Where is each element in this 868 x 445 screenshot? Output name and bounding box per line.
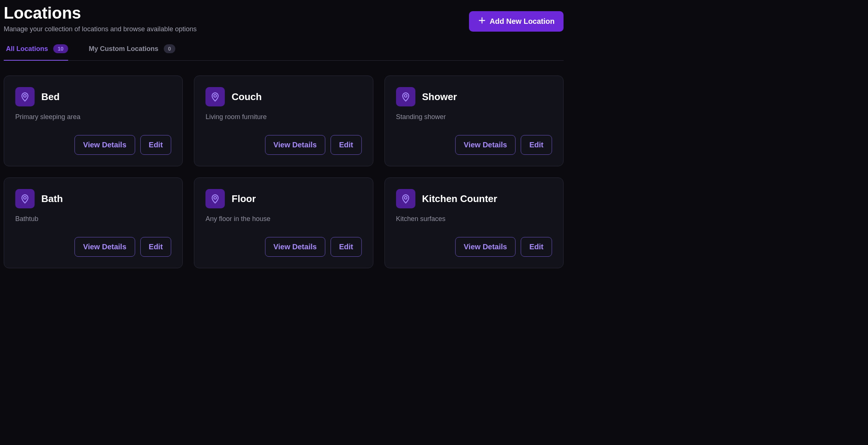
svg-point-5 (404, 196, 407, 199)
header-text-block: Locations Manage your collection of loca… (4, 4, 197, 33)
location-card: Floor Any floor in the house View Detail… (194, 177, 373, 268)
svg-point-3 (24, 196, 26, 199)
view-details-button[interactable]: View Details (455, 237, 516, 257)
view-details-button[interactable]: View Details (265, 135, 325, 155)
page-subtitle: Manage your collection of locations and … (4, 25, 197, 33)
map-pin-icon (205, 87, 225, 106)
map-pin-icon (396, 87, 415, 106)
location-card: Kitchen Counter Kitchen surfaces View De… (384, 177, 564, 268)
card-actions: View Details Edit (205, 237, 361, 257)
card-description: Primary sleeping area (15, 113, 171, 121)
svg-point-2 (404, 95, 407, 97)
edit-button[interactable]: Edit (140, 237, 172, 257)
map-pin-icon (15, 189, 35, 208)
card-header: Couch (205, 87, 361, 106)
tab-all-locations[interactable]: All Locations 10 (4, 44, 68, 61)
tab-count-badge: 0 (164, 44, 176, 53)
plus-icon (478, 16, 486, 26)
card-header: Kitchen Counter (396, 189, 552, 208)
card-header: Bed (15, 87, 171, 106)
location-card: Couch Living room furniture View Details… (194, 76, 373, 166)
card-description: Any floor in the house (205, 215, 361, 223)
card-title: Floor (232, 193, 256, 205)
card-header: Floor (205, 189, 361, 208)
card-actions: View Details Edit (15, 237, 171, 257)
view-details-button[interactable]: View Details (74, 237, 135, 257)
card-title: Kitchen Counter (422, 193, 497, 205)
edit-button[interactable]: Edit (140, 135, 172, 155)
tab-count-badge: 10 (53, 44, 68, 53)
tab-my-custom-locations[interactable]: My Custom Locations 0 (87, 44, 176, 61)
card-header: Bath (15, 189, 171, 208)
view-details-button[interactable]: View Details (455, 135, 516, 155)
map-pin-icon (396, 189, 415, 208)
page-title: Locations (4, 4, 197, 22)
svg-point-0 (24, 95, 26, 97)
card-actions: View Details Edit (396, 237, 552, 257)
card-description: Bathtub (15, 215, 171, 223)
svg-point-1 (214, 95, 217, 97)
tab-label: All Locations (6, 45, 48, 53)
tab-label: My Custom Locations (89, 45, 159, 53)
card-actions: View Details Edit (15, 135, 171, 155)
svg-point-4 (214, 196, 217, 199)
card-description: Standing shower (396, 113, 552, 121)
edit-button[interactable]: Edit (521, 135, 552, 155)
location-card: Shower Standing shower View Details Edit (384, 76, 564, 166)
card-actions: View Details Edit (396, 135, 552, 155)
map-pin-icon (205, 189, 225, 208)
edit-button[interactable]: Edit (331, 135, 362, 155)
map-pin-icon (15, 87, 35, 106)
card-description: Kitchen surfaces (396, 215, 552, 223)
card-title: Shower (422, 91, 457, 103)
card-description: Living room furniture (205, 113, 361, 121)
edit-button[interactable]: Edit (331, 237, 362, 257)
card-actions: View Details Edit (205, 135, 361, 155)
card-header: Shower (396, 87, 552, 106)
location-card: Bed Primary sleeping area View Details E… (4, 76, 183, 166)
add-new-location-button[interactable]: Add New Location (469, 11, 564, 32)
card-title: Bed (41, 91, 60, 103)
locations-grid: Bed Primary sleeping area View Details E… (4, 76, 564, 268)
view-details-button[interactable]: View Details (74, 135, 135, 155)
card-title: Bath (41, 193, 63, 205)
location-card: Bath Bathtub View Details Edit (4, 177, 183, 268)
add-button-label: Add New Location (490, 17, 555, 26)
tabs-nav: All Locations 10 My Custom Locations 0 (4, 44, 564, 61)
card-title: Couch (232, 91, 262, 103)
page-header: Locations Manage your collection of loca… (4, 4, 564, 33)
view-details-button[interactable]: View Details (265, 237, 325, 257)
edit-button[interactable]: Edit (521, 237, 552, 257)
